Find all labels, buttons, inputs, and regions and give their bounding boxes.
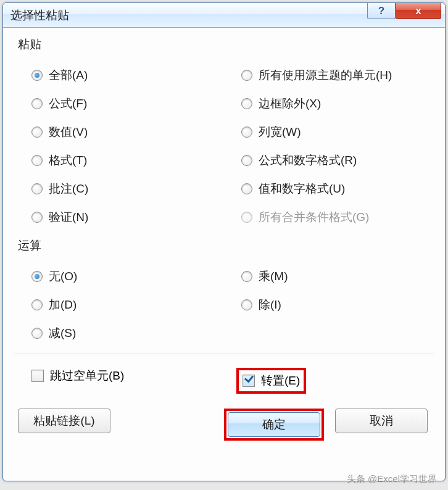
button-label: 确定: [262, 417, 286, 433]
checkbox-icon[interactable]: [31, 370, 44, 382]
checkbox-label: 跳过空单元(B): [50, 368, 124, 384]
radio-label: 公式和数字格式(R): [259, 152, 357, 168]
radio-label: 值和数字格式(U): [259, 181, 345, 197]
paste-col-left: 全部(A) 公式(F) 数值(V) 格式(T): [14, 61, 224, 231]
skip-blanks-row[interactable]: 跳过空单元(B): [14, 357, 224, 395]
radio-label: 乘(M): [259, 268, 288, 284]
radio-icon[interactable]: [241, 183, 252, 194]
watermark: 头条 @Excel学习世界: [347, 473, 437, 485]
radio-icon[interactable]: [241, 127, 252, 138]
paste-group-title: 粘贴: [14, 36, 434, 52]
transpose-row[interactable]: 转置(E): [224, 357, 434, 405]
button-row: 粘贴链接(L) 确定 取消: [14, 405, 434, 441]
paste-group: 粘贴 全部(A) 公式(F) 数值(V): [14, 36, 434, 231]
radio-label: 格式(T): [49, 152, 87, 168]
radio-column-widths[interactable]: 列宽(W): [224, 118, 434, 146]
radio-icon[interactable]: [241, 299, 252, 310]
radio-label: 所有合并条件格式(G): [259, 209, 369, 225]
dialog-body: 粘贴 全部(A) 公式(F) 数值(V): [3, 28, 445, 452]
radio-label: 边框除外(X): [259, 96, 321, 112]
radio-icon[interactable]: [31, 212, 43, 223]
dialog-title: 选择性粘贴: [10, 7, 69, 23]
help-button[interactable]: ?: [367, 3, 396, 19]
operation-group-title: 运算: [14, 238, 434, 254]
titlebar[interactable]: 选择性粘贴 ? x: [3, 3, 445, 28]
radio-formulas-number-formats[interactable]: 公式和数字格式(R): [224, 146, 434, 175]
titlebar-buttons: ? x: [367, 3, 445, 19]
radio-comments[interactable]: 批注(C): [14, 175, 224, 203]
radio-icon[interactable]: [31, 299, 43, 310]
radio-formulas[interactable]: 公式(F): [14, 89, 224, 118]
radio-label: 加(D): [49, 297, 77, 313]
radio-icon[interactable]: [241, 70, 252, 81]
radio-icon[interactable]: [31, 70, 43, 81]
radio-source-theme[interactable]: 所有使用源主题的单元(H): [224, 61, 434, 89]
close-button[interactable]: x: [396, 3, 441, 19]
radio-icon[interactable]: [31, 183, 43, 194]
operation-group: 运算 无(O) 加(D) 减(S): [14, 238, 434, 347]
radio-icon[interactable]: [241, 155, 252, 166]
paste-options: 全部(A) 公式(F) 数值(V) 格式(T): [14, 61, 434, 231]
checkbox-icon[interactable]: [243, 375, 255, 387]
button-label: 取消: [370, 413, 393, 429]
radio-formats[interactable]: 格式(T): [14, 146, 224, 175]
radio-label: 数值(V): [49, 124, 88, 140]
radio-icon[interactable]: [241, 271, 252, 282]
radio-label: 验证(N): [49, 209, 88, 225]
radio-label: 减(S): [49, 325, 76, 341]
button-label: 粘贴链接(L): [33, 413, 94, 429]
radio-icon[interactable]: [241, 98, 252, 109]
radio-icon[interactable]: [31, 328, 43, 339]
divider: [14, 354, 434, 354]
cancel-button[interactable]: 取消: [335, 409, 428, 433]
radio-values-number-formats[interactable]: 值和数字格式(U): [224, 175, 434, 203]
radio-label: 除(I): [259, 297, 281, 313]
close-icon: x: [415, 5, 421, 17]
radio-label: 无(O): [49, 268, 77, 284]
checkbox-label: 转置(E): [261, 373, 300, 389]
radio-label: 全部(A): [49, 67, 88, 83]
paste-link-button[interactable]: 粘贴链接(L): [18, 409, 110, 433]
ok-button[interactable]: 确定: [228, 412, 320, 437]
radio-label: 批注(C): [49, 181, 88, 197]
paste-col-right: 所有使用源主题的单元(H) 边框除外(X) 列宽(W) 公式和数字格式(R): [224, 61, 434, 231]
radio-all[interactable]: 全部(A): [14, 61, 224, 89]
radio-except-borders[interactable]: 边框除外(X): [224, 89, 434, 118]
radio-icon[interactable]: [31, 155, 43, 166]
radio-icon[interactable]: [31, 127, 43, 138]
radio-merge-conditional: 所有合并条件格式(G): [224, 203, 434, 231]
operation-col-right: 乘(M) 除(I): [224, 262, 434, 347]
operation-options: 无(O) 加(D) 减(S) 乘(M): [14, 262, 434, 347]
radio-values[interactable]: 数值(V): [14, 118, 224, 146]
checks-row: 跳过空单元(B) 转置(E): [14, 357, 434, 405]
paste-special-dialog: 选择性粘贴 ? x 粘贴 全部(A) 公式(F): [2, 2, 446, 481]
ok-highlight: 确定: [224, 409, 324, 441]
radio-icon: [241, 212, 252, 223]
radio-icon[interactable]: [31, 271, 43, 282]
radio-label: 公式(F): [49, 96, 87, 112]
operation-col-left: 无(O) 加(D) 减(S): [14, 262, 224, 347]
radio-label: 列宽(W): [259, 124, 301, 140]
transpose-highlight: 转置(E): [236, 368, 306, 394]
radio-multiply[interactable]: 乘(M): [224, 262, 434, 291]
radio-label: 所有使用源主题的单元(H): [259, 67, 392, 83]
radio-add[interactable]: 加(D): [14, 291, 224, 319]
radio-icon[interactable]: [31, 98, 43, 109]
radio-validation[interactable]: 验证(N): [14, 203, 224, 231]
radio-divide[interactable]: 除(I): [224, 291, 434, 319]
radio-subtract[interactable]: 减(S): [14, 319, 224, 347]
radio-none[interactable]: 无(O): [14, 262, 224, 291]
